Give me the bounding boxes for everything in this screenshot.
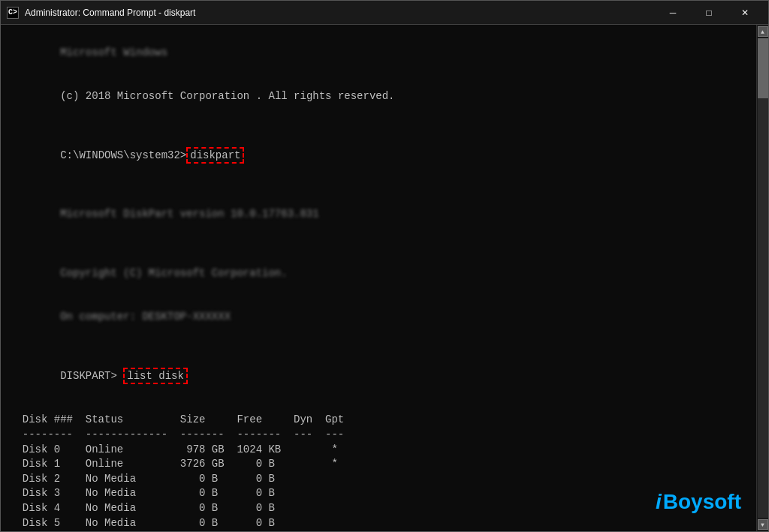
- title-bar-controls: ─ □ ✕: [656, 2, 762, 23]
- scroll-track[interactable]: [758, 38, 768, 518]
- line-blank-5: [10, 398, 747, 413]
- line-blurred-1: Microsoft DiskPart version 10.0.17763.83…: [10, 193, 747, 237]
- blurred-ms-windows: Microsoft Windows: [60, 46, 167, 61]
- copyright-text: (c) 2018 Microsoft: [60, 90, 180, 102]
- prompt-diskpart-1: DISKPART>: [60, 370, 123, 382]
- line-blank-4: [10, 339, 747, 354]
- line-list-disk: DISKPART> list disk: [10, 354, 747, 398]
- blurred-computer: On computer: DESKTOP-XXXXXX: [60, 310, 231, 325]
- minimize-button[interactable]: ─: [656, 2, 690, 23]
- table-header: Disk ### Status Size Free Dyn Gpt: [10, 413, 747, 428]
- scroll-thumb[interactable]: [758, 38, 768, 98]
- cmd-icon: C>: [7, 7, 19, 19]
- disk-1-row: Disk 1 Online 3726 GB 0 B *: [10, 457, 747, 472]
- terminal[interactable]: Microsoft Windows (c) 2018 Microsoft Cor…: [1, 25, 756, 531]
- cmd-diskpart-highlighted: diskpart: [186, 147, 244, 164]
- disk-3-row: Disk 3 No Media 0 B 0 B: [10, 486, 747, 501]
- rights-text: All rights reserved.: [262, 90, 394, 102]
- cmd-window: C> Administrator: Command Prompt - diskp…: [0, 0, 769, 532]
- content-area: Microsoft Windows (c) 2018 Microsoft Cor…: [1, 25, 768, 531]
- scrollbar[interactable]: ▲ ▼: [756, 25, 768, 531]
- line-prompt-diskpart: C:\WINDOWS\system32>diskpart: [10, 134, 747, 178]
- line-blank-3: [10, 236, 747, 251]
- line-copyright: (c) 2018 Microsoft Corporation . All rig…: [10, 75, 747, 119]
- line-ms-windows: Microsoft Windows: [10, 31, 747, 75]
- title-bar: C> Administrator: Command Prompt - diskp…: [1, 1, 768, 25]
- iboysoft-i-letter: i: [656, 487, 662, 516]
- disk-6-row: Disk 6 Online 74 GB 1024 KB *: [10, 530, 747, 531]
- line-blurred-2: Copyright (C) Microsoft Corporation.: [10, 251, 747, 296]
- prompt-system32: C:\WINDOWS\system32>: [60, 149, 186, 161]
- disk-table: Disk ### Status Size Free Dyn Gpt ------…: [10, 413, 747, 531]
- iboysoft-brand-text: Boysoft: [663, 487, 741, 516]
- blurred-version: Microsoft DiskPart version 10.0.17763.83…: [60, 207, 318, 222]
- scroll-down-button[interactable]: ▼: [758, 519, 768, 530]
- scroll-up-button[interactable]: ▲: [758, 26, 768, 37]
- maximize-button[interactable]: □: [692, 2, 726, 23]
- line-blank-2: [10, 178, 747, 193]
- window-title: Administrator: Command Prompt - diskpart: [25, 8, 195, 18]
- line-blank-1: [10, 119, 747, 134]
- close-button[interactable]: ✕: [728, 2, 762, 23]
- corporation-text: Corporation .: [180, 90, 262, 102]
- cmd-list-disk-highlighted: list disk: [123, 368, 188, 384]
- blurred-copyright: Copyright (C) Microsoft Corporation.: [60, 266, 287, 281]
- table-separator: -------- ------------- ------- ------- -…: [10, 428, 747, 443]
- title-bar-left: C> Administrator: Command Prompt - diskp…: [7, 7, 195, 19]
- disk-4-row: Disk 4 No Media 0 B 0 B: [10, 501, 747, 516]
- disk-2-row: Disk 2 No Media 0 B 0 B: [10, 472, 747, 487]
- line-blurred-3: On computer: DESKTOP-XXXXXX: [10, 296, 747, 340]
- disk-0-row: Disk 0 Online 978 GB 1024 KB *: [10, 443, 747, 458]
- iboysoft-logo: i Boysoft: [656, 487, 741, 516]
- disk-5-row: Disk 5 No Media 0 B 0 B: [10, 516, 747, 531]
